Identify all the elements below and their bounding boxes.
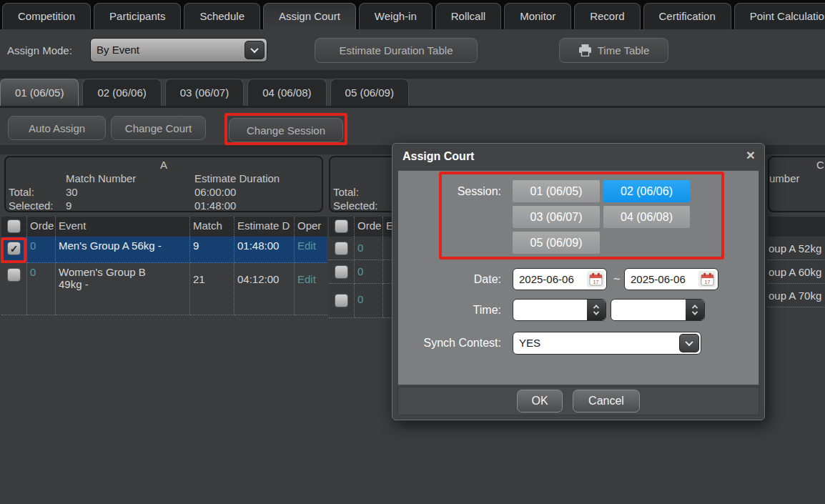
court-a-letter: A bbox=[6, 159, 322, 171]
row-order: 0 bbox=[355, 260, 383, 284]
tab-point-calculation[interactable]: Point Calculation bbox=[734, 3, 825, 29]
tab-monitor[interactable]: Monitor bbox=[504, 3, 571, 29]
session-tab-03[interactable]: 03 (06/07) bbox=[165, 79, 244, 106]
assign-mode-dropdown-button[interactable] bbox=[244, 41, 265, 59]
row-edit-link[interactable]: Edit bbox=[295, 237, 327, 263]
col-event: Event bbox=[56, 217, 190, 237]
cancel-button[interactable]: Cancel bbox=[573, 390, 640, 412]
estimate-duration-label: Estimate Duration bbox=[194, 172, 280, 184]
selected-estimate-duration: 01:48:00 bbox=[194, 199, 236, 212]
time-spinner[interactable] bbox=[587, 300, 606, 320]
chevron-down-icon bbox=[250, 45, 258, 53]
time-table-button[interactable]: Time Table bbox=[559, 38, 668, 63]
row-event: oup A 60kg bbox=[768, 260, 825, 284]
section-divider bbox=[0, 70, 825, 79]
row-match: 21 bbox=[190, 263, 234, 315]
calendar-icon[interactable]: 17 bbox=[587, 271, 604, 287]
col-oper: Oper bbox=[295, 217, 327, 237]
row-event: Men's Group A 56kg - bbox=[56, 237, 190, 263]
table-row[interactable]: oup A 60kg bbox=[768, 260, 825, 284]
close-icon[interactable]: × bbox=[746, 147, 755, 162]
chevron-down-icon[interactable] bbox=[593, 309, 599, 315]
assign-court-screen: { "colors": { "accent_blue": "#1b9ef0", … bbox=[0, 0, 825, 504]
date-from-field[interactable]: 2025-06-06 17 bbox=[513, 268, 607, 290]
table-row[interactable]: oup A 70kg bbox=[768, 284, 825, 307]
tab-record[interactable]: Record bbox=[574, 3, 640, 29]
change-session-label: Change Session bbox=[247, 124, 325, 137]
chevron-down-icon[interactable] bbox=[692, 309, 698, 315]
time-from-field[interactable] bbox=[513, 299, 606, 321]
synch-contest-label: Synch Contest: bbox=[412, 337, 501, 350]
select-all-checkbox-b[interactable] bbox=[335, 219, 348, 233]
court-a-summary-panel: A Match Number Estimate Duration Total: … bbox=[4, 156, 323, 212]
assign-court-dialog: Assign Court × Session: 01 (06/05) 02 (0… bbox=[392, 143, 765, 420]
row-checkbox-checked[interactable]: ✓ bbox=[7, 242, 21, 255]
select-all-checkbox-a[interactable] bbox=[7, 219, 21, 233]
dialog-session-option-04[interactable]: 04 (06/08) bbox=[603, 206, 690, 228]
tab-rollcall[interactable]: Rollcall bbox=[435, 3, 501, 29]
table-row[interactable]: 0 Women's Group B 49kg - 21 04:12:00 Edi… bbox=[1, 263, 327, 315]
synch-contest-dropdown-button[interactable] bbox=[679, 334, 699, 352]
dialog-session-option-03[interactable]: 03 (06/07) bbox=[513, 206, 600, 228]
row-checkbox[interactable] bbox=[335, 242, 348, 255]
selected-label: Selected: bbox=[333, 199, 378, 212]
dialog-session-option-02[interactable]: 02 (06/06) bbox=[603, 180, 690, 202]
change-court-button[interactable]: Change Court bbox=[111, 116, 206, 140]
session-tab-01[interactable]: 01 (06/05) bbox=[0, 79, 79, 106]
date-to-field[interactable]: 2025-06-06 17 bbox=[624, 268, 718, 290]
row-order: 0 bbox=[27, 263, 56, 315]
time-spinner[interactable] bbox=[686, 300, 704, 320]
dialog-session-option-01[interactable]: 01 (06/05) bbox=[513, 180, 600, 202]
row-edit-link[interactable]: Edit bbox=[295, 263, 327, 315]
tab-participants[interactable]: Participants bbox=[94, 3, 181, 29]
tab-assign-court[interactable]: Assign Court bbox=[263, 3, 356, 29]
row-event: Women's Group B 49kg - bbox=[59, 266, 166, 290]
dialog-session-option-05[interactable]: 05 (06/09) bbox=[513, 232, 600, 254]
row-checkbox[interactable] bbox=[335, 294, 348, 307]
tab-weigh-in[interactable]: Weigh-in bbox=[359, 3, 433, 29]
session-tab-05[interactable]: 05 (06/09) bbox=[330, 79, 409, 106]
session-tab-bar: 01 (06/05) 02 (06/06) 03 (06/07) 04 (06/… bbox=[0, 79, 409, 106]
court-c-letter: C bbox=[816, 159, 824, 171]
session-label: Session: bbox=[427, 185, 501, 198]
time-label: Time: bbox=[441, 304, 501, 317]
session-tab-02[interactable]: 02 (06/06) bbox=[82, 79, 161, 106]
tab-certification[interactable]: Certification bbox=[643, 3, 731, 29]
row-checkbox[interactable] bbox=[7, 268, 21, 282]
calendar-icon[interactable]: 17 bbox=[698, 271, 716, 287]
table-row[interactable]: oup A 52kg bbox=[768, 237, 825, 260]
date-to-value: 2025-06-06 bbox=[631, 269, 686, 290]
time-table-label: Time Table bbox=[598, 44, 650, 56]
row-checkbox[interactable] bbox=[335, 265, 348, 279]
total-label: Total: bbox=[9, 186, 34, 198]
table-row[interactable]: ✓ 0 Men's Group A 56kg - 9 01:48:00 Edit bbox=[1, 237, 327, 263]
assign-mode-select[interactable]: By Event bbox=[90, 38, 267, 62]
total-estimate-duration: 06:00:00 bbox=[194, 186, 236, 198]
col-order: Orde bbox=[355, 217, 383, 237]
svg-text:17: 17 bbox=[593, 280, 598, 285]
row-order: 0 bbox=[355, 284, 383, 318]
auto-assign-label: Auto Assign bbox=[29, 122, 85, 134]
row-order: 0 bbox=[27, 237, 56, 263]
assign-mode-label: Assign Mode: bbox=[7, 44, 72, 56]
change-court-label: Change Court bbox=[125, 122, 192, 134]
estimate-duration-table-button[interactable]: Estimate Duration Table bbox=[315, 38, 478, 63]
tab-schedule[interactable]: Schedule bbox=[184, 3, 260, 29]
ok-button[interactable]: OK bbox=[517, 390, 563, 412]
session-tab-underline bbox=[0, 106, 825, 108]
date-from-value: 2025-06-06 bbox=[519, 269, 574, 290]
top-nav: Competition Participants Schedule Assign… bbox=[0, 0, 825, 29]
assign-mode-value: By Event bbox=[97, 39, 139, 61]
estimate-duration-table-label: Estimate Duration Table bbox=[340, 44, 453, 56]
row-estimate: 01:48:00 bbox=[234, 237, 295, 263]
session-tab-04[interactable]: 04 (06/08) bbox=[247, 79, 326, 106]
tab-competition[interactable]: Competition bbox=[2, 3, 91, 29]
selected-label: Selected: bbox=[9, 199, 54, 212]
time-to-field[interactable] bbox=[611, 299, 705, 321]
change-session-button[interactable]: Change Session bbox=[229, 118, 343, 142]
synch-contest-select[interactable]: YES bbox=[513, 332, 701, 355]
printer-icon bbox=[578, 44, 592, 56]
auto-assign-button[interactable]: Auto Assign bbox=[8, 116, 106, 140]
match-number-label: Match Number bbox=[66, 172, 136, 184]
dialog-body: Session: 01 (06/05) 02 (06/06) 03 (06/07… bbox=[397, 170, 759, 385]
